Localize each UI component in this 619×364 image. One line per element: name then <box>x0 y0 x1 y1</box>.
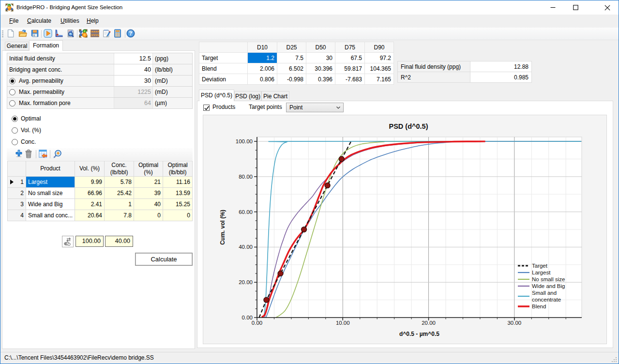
radio-unselected[interactable] <box>9 89 15 95</box>
add-row-icon[interactable] <box>15 150 22 157</box>
product-column-header[interactable]: Product <box>26 161 75 177</box>
product-value-cell[interactable]: 0 <box>163 210 193 221</box>
product-column-header[interactable]: Conc. (lb/bbl) <box>105 161 134 177</box>
tab-psd-log-[interactable]: PSD (log) <box>234 91 261 101</box>
product-value-cell[interactable]: 11.16 <box>163 177 193 188</box>
d-value-cell[interactable]: 97.2 <box>365 53 394 63</box>
mode-radio-optimal[interactable]: Optimal <box>9 115 41 122</box>
d-value-cell[interactable]: 0.806 <box>248 74 277 85</box>
tab-formation[interactable]: Formation <box>29 40 63 51</box>
psd-tab-label: PSD (d^0.5) <box>201 92 232 99</box>
save-icon[interactable] <box>30 29 39 38</box>
d-value-cell[interactable]: 0.396 <box>306 74 335 85</box>
target-point-marker[interactable] <box>339 156 344 162</box>
d-value-cell[interactable]: 2.006 <box>248 63 277 74</box>
tab-pie-chart[interactable]: Pie Chart <box>261 91 289 101</box>
menu-calculate[interactable]: Calculate <box>27 15 51 28</box>
product-column-header[interactable]: Optimal (%) <box>134 161 163 177</box>
particles-icon[interactable] <box>79 29 88 38</box>
radio-unselected[interactable] <box>9 100 15 106</box>
zoom-icon[interactable] <box>53 150 62 159</box>
d-value-cell[interactable]: -0.998 <box>277 74 306 85</box>
product-grid-toolbar <box>7 148 193 160</box>
target-point-marker[interactable] <box>264 297 269 303</box>
product-row-header[interactable]: 3 <box>8 199 26 210</box>
tab-psd-d-0-5-[interactable]: PSD (d^0.5) <box>199 90 234 101</box>
edit-notepad-icon[interactable] <box>102 29 111 38</box>
product-value-cell[interactable]: 1 <box>105 199 134 210</box>
y-tick-label: 20.00 <box>239 279 253 285</box>
d-value-cell[interactable]: 7.5 <box>277 53 306 63</box>
menu-help[interactable]: Help <box>87 15 99 28</box>
calculator-icon[interactable] <box>113 29 122 38</box>
d-value-cell[interactable]: 59.817 <box>335 63 365 74</box>
product-value-cell[interactable]: 2.41 <box>75 199 105 210</box>
open-folder-icon[interactable] <box>18 29 27 38</box>
product-row: 1Largest9.995.782111.16 <box>8 177 193 188</box>
target-point-marker[interactable] <box>302 227 307 232</box>
chart-axes-icon[interactable] <box>55 29 63 38</box>
d-value-cell[interactable]: -7.683 <box>335 74 365 85</box>
run-icon[interactable] <box>44 29 52 38</box>
print-preview-icon[interactable] <box>66 29 75 38</box>
form-value-field[interactable]: 12.5 <box>114 53 153 64</box>
new-document-icon[interactable] <box>6 29 15 38</box>
product-name-cell[interactable]: Small and conc... <box>26 210 75 221</box>
product-row-header[interactable]: 1 <box>8 177 26 188</box>
delete-row-icon[interactable] <box>25 150 32 158</box>
product-value-cell[interactable]: 0 <box>134 210 163 221</box>
d-value-cell[interactable]: 1.2 <box>248 53 277 63</box>
d-value-cell[interactable]: 67.5 <box>335 53 365 63</box>
product-table-icon[interactable] <box>39 150 47 158</box>
form-value-field[interactable]: 40 <box>114 64 153 75</box>
product-value-cell[interactable]: 21 <box>134 177 163 188</box>
product-value-cell[interactable]: 13.59 <box>163 188 193 199</box>
product-table-head: ProductVol. (%)Conc. (lb/bbl)Optimal (%)… <box>8 161 193 177</box>
product-value-cell[interactable]: 20.64 <box>75 210 105 221</box>
product-name-cell[interactable]: Largest <box>26 177 75 188</box>
ruler-icon[interactable] <box>91 29 99 38</box>
resize-grip-icon[interactable] <box>611 357 617 363</box>
total-volume-field[interactable]: 100.00 <box>75 236 104 247</box>
product-value-cell[interactable]: 5.78 <box>105 177 134 188</box>
y-tick-label: 80.00 <box>239 174 253 180</box>
d-value-cell[interactable]: 30 <box>306 53 335 63</box>
calculate-button[interactable]: Calculate <box>135 253 193 266</box>
close-button[interactable] <box>596 0 618 15</box>
total-concentration-field[interactable]: 40.00 <box>105 236 133 247</box>
form-value-field[interactable]: 30 <box>114 76 153 86</box>
d-value-cell[interactable]: 6.502 <box>277 63 306 74</box>
d-value-cell[interactable]: 7.165 <box>365 74 394 85</box>
d-table-row: Target1.27.53067.597.2 <box>199 53 394 63</box>
product-value-cell[interactable]: 7.8 <box>105 210 134 221</box>
product-column-header[interactable]: Optimal (lb/bbl) <box>163 161 193 177</box>
swap-units-button[interactable] <box>62 236 74 247</box>
product-value-cell[interactable]: 15.25 <box>163 199 193 210</box>
target-point-marker[interactable] <box>325 183 330 188</box>
target-points-combobox[interactable]: Point <box>286 103 344 112</box>
minimize-button[interactable] <box>542 0 564 15</box>
product-value-cell[interactable]: 66.96 <box>75 188 105 199</box>
target-point-marker[interactable] <box>278 271 283 276</box>
help-icon[interactable]: ? <box>126 29 135 38</box>
product-row-header[interactable]: 2 <box>8 188 26 199</box>
mode-radio-conc[interactable]: Conc. <box>9 138 36 145</box>
tab-general[interactable]: General <box>5 42 29 50</box>
mode-radio-vol[interactable]: Vol. (%) <box>9 127 41 134</box>
product-column-header[interactable]: Vol. (%) <box>75 161 105 177</box>
d-value-cell[interactable]: 30.396 <box>306 63 335 74</box>
product-value-cell[interactable]: 39 <box>134 188 163 199</box>
maximize-button[interactable] <box>565 0 587 15</box>
d-value-cell[interactable]: 104.365 <box>365 63 394 74</box>
product-row-header[interactable]: 4 <box>8 210 26 221</box>
menu-file[interactable]: File <box>9 15 18 28</box>
products-checkbox[interactable] <box>203 105 210 111</box>
product-name-cell[interactable]: Wide and Big <box>26 199 75 210</box>
product-value-cell[interactable]: 9.99 <box>75 177 105 188</box>
product-name-cell[interactable]: No small size <box>26 188 75 199</box>
form-unit-label: (lb/bbl) <box>153 64 192 75</box>
radio-selected[interactable] <box>9 78 15 84</box>
menu-utilities[interactable]: Utilities <box>60 15 79 28</box>
product-value-cell[interactable]: 40 <box>134 199 163 210</box>
product-value-cell[interactable]: 25.42 <box>105 188 134 199</box>
